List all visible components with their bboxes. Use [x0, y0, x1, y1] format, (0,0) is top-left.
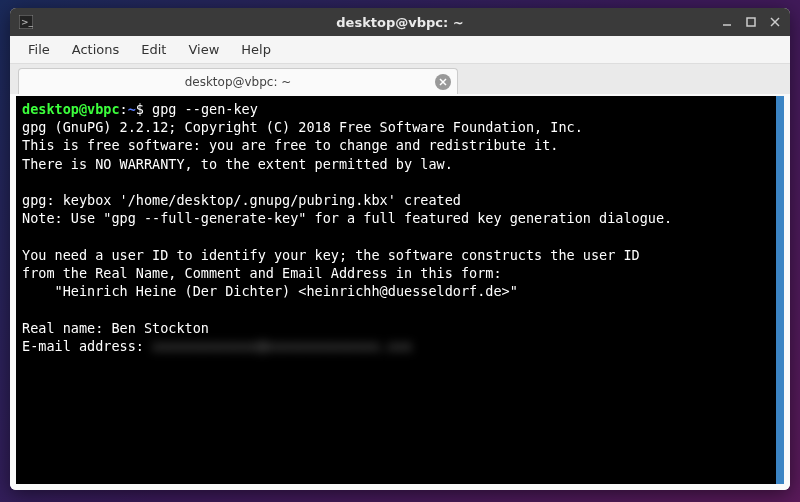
realname-label: Real name:	[22, 320, 111, 336]
prompt-userhost: desktop@vbpc	[22, 101, 120, 117]
tab-terminal[interactable]: desktop@vbpc: ~	[18, 68, 458, 94]
window-controls	[718, 8, 784, 36]
menu-file[interactable]: File	[18, 38, 60, 61]
output-line	[22, 228, 770, 246]
output-line	[22, 173, 770, 191]
terminal-container: desktop@vbpc:~$ gpg --gen-key gpg (GnuPG…	[10, 94, 790, 490]
svg-rect-3	[747, 18, 755, 26]
tab-label: desktop@vbpc: ~	[185, 75, 292, 89]
realname-line: Real name: Ben Stockton	[22, 319, 770, 337]
output-line: This is free software: you are free to c…	[22, 136, 770, 154]
window-titlebar: >_ desktop@vbpc: ~	[10, 8, 790, 36]
svg-text:>_: >_	[21, 17, 33, 27]
command-text: gpg --gen-key	[152, 101, 258, 117]
minimize-button[interactable]	[718, 13, 736, 31]
email-line: E-mail address: xxxxxxxxxxxxx@xxxxxxxxxx…	[22, 337, 770, 355]
output-line	[22, 300, 770, 318]
maximize-button[interactable]	[742, 13, 760, 31]
menu-help[interactable]: Help	[231, 38, 281, 61]
close-button[interactable]	[766, 13, 784, 31]
window-title: desktop@vbpc: ~	[336, 15, 463, 30]
output-line: gpg: keybox '/home/desktop/.gnupg/pubrin…	[22, 191, 770, 209]
prompt-line: desktop@vbpc:~$ gpg --gen-key	[22, 100, 770, 118]
tabbar: desktop@vbpc: ~	[10, 64, 790, 94]
prompt-path: ~	[128, 101, 136, 117]
terminal-output[interactable]: desktop@vbpc:~$ gpg --gen-key gpg (GnuPG…	[16, 96, 784, 484]
menubar: File Actions Edit View Help	[10, 36, 790, 64]
output-line: There is NO WARRANTY, to the extent perm…	[22, 155, 770, 173]
output-line: gpg (GnuPG) 2.2.12; Copyright (C) 2018 F…	[22, 118, 770, 136]
output-line: from the Real Name, Comment and Email Ad…	[22, 264, 770, 282]
menu-actions[interactable]: Actions	[62, 38, 130, 61]
output-line: Note: Use "gpg --full-generate-key" for …	[22, 209, 770, 227]
output-line: "Heinrich Heine (Der Dichter) <heinrichh…	[22, 282, 770, 300]
menu-edit[interactable]: Edit	[131, 38, 176, 61]
output-line: You need a user ID to identify your key;…	[22, 246, 770, 264]
menu-view[interactable]: View	[178, 38, 229, 61]
terminal-app-icon: >_	[18, 14, 34, 30]
terminal-window: >_ desktop@vbpc: ~ File Actions Edit Vie…	[10, 8, 790, 490]
tab-close-icon[interactable]	[435, 74, 451, 90]
email-label: E-mail address:	[22, 338, 152, 354]
realname-value: Ben Stockton	[111, 320, 209, 336]
email-value-redacted: xxxxxxxxxxxxx@xxxxxxxxxxxxxx.xxx	[152, 337, 412, 355]
